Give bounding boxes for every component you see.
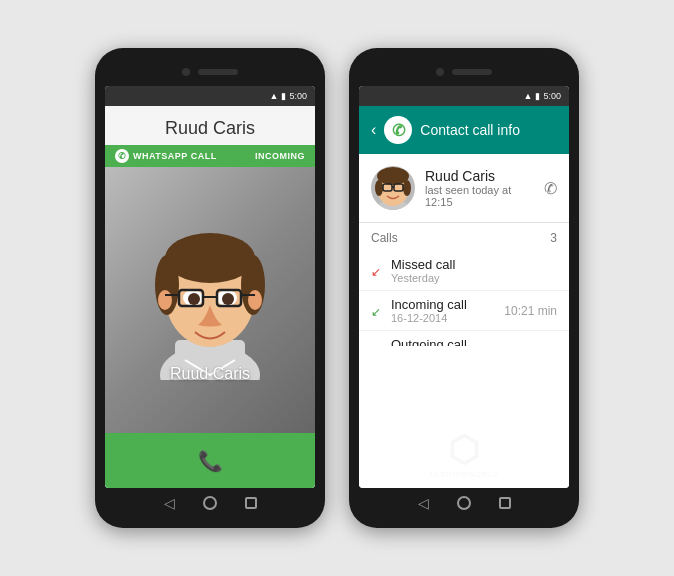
incoming-call-arrow-icon: ↙	[371, 305, 381, 319]
status-bar-1: ▲ ▮ 5:00	[105, 86, 315, 106]
incoming-call-type: Incoming call	[391, 297, 504, 312]
svg-point-20	[375, 180, 383, 196]
nav-recents-button-1[interactable]	[245, 497, 257, 509]
speaker-2	[452, 69, 492, 75]
watermark-text: ANDROIDWORLD	[369, 471, 559, 478]
whatsapp-call-label: ✆ WHATSAPP CALL	[115, 149, 217, 163]
phone-bottom-bar-1: ◁	[105, 488, 315, 518]
nav-recents-button-2[interactable]	[499, 497, 511, 509]
svg-point-10	[188, 293, 200, 305]
contact-section: Ruud Caris last seen today at 12:15 ✆	[359, 154, 569, 223]
phone-2: ▲ ▮ 5:00 ‹ ✆ Contact call info	[349, 48, 579, 528]
whatsapp-header-symbol: ✆	[392, 121, 405, 140]
missed-call-arrow-icon: ↙	[371, 265, 381, 279]
contact-name: Ruud Caris	[425, 168, 534, 184]
speaker-1	[198, 69, 238, 75]
calls-section: Calls 3 ↙ Missed call Yesterday	[359, 223, 569, 346]
incoming-label: INCOMING	[255, 151, 305, 161]
phone-1: ▲ ▮ 5:00 Ruud Caris ✆ WHATSAPP CALL INCO…	[95, 48, 325, 528]
time-display-2: 5:00	[543, 91, 561, 101]
wifi-icon-2: ▲	[524, 91, 533, 101]
call-item-missed[interactable]: ↙ Missed call Yesterday	[359, 251, 569, 291]
caller-name-top: Ruud Caris	[105, 106, 315, 145]
info-screen: ‹ ✆ Contact call info	[359, 106, 569, 488]
nav-home-button-2[interactable]	[457, 496, 471, 510]
phone-screen-2: ▲ ▮ 5:00 ‹ ✆ Contact call info	[359, 86, 569, 488]
camera-1	[182, 68, 190, 76]
time-display-1: 5:00	[289, 91, 307, 101]
svg-point-11	[222, 293, 234, 305]
svg-point-6	[158, 290, 172, 310]
phone-top-bar-2	[359, 58, 569, 86]
svg-point-7	[248, 290, 262, 310]
whatsapp-header-icon: ✆	[384, 116, 412, 144]
missed-call-type: Missed call	[391, 257, 557, 272]
calls-header: Calls 3	[359, 223, 569, 251]
call-details-missed: Missed call Yesterday	[391, 257, 557, 284]
info-header: ‹ ✆ Contact call info	[359, 106, 569, 154]
contact-info: Ruud Caris last seen today at 12:15	[425, 168, 534, 208]
incoming-call-duration: 10:21 min	[504, 304, 557, 318]
watermark-logo: ⬡	[369, 429, 559, 471]
back-arrow-icon[interactable]: ‹	[371, 121, 376, 139]
whatsapp-call-text: WHATSAPP CALL	[133, 151, 217, 161]
caller-photo-svg	[145, 220, 275, 380]
wifi-icon: ▲	[270, 91, 279, 101]
status-bar-right-1: ▲ ▮ 5:00	[270, 91, 307, 101]
camera-2	[436, 68, 444, 76]
phone-bottom-bar-2: ◁	[359, 488, 569, 518]
call-item-outgoing[interactable]: ↗ Outgoing call 16-12-2014 05:24 min	[359, 331, 569, 346]
battery-icon-2: ▮	[535, 91, 540, 101]
answer-btn-container[interactable]: 📞	[105, 433, 315, 488]
answer-button[interactable]: 📞	[190, 441, 230, 481]
incoming-call-date: 16-12-2014	[391, 312, 504, 324]
svg-point-21	[403, 180, 411, 196]
info-header-title: Contact call info	[420, 122, 520, 138]
calls-count: 3	[550, 231, 557, 245]
phone-screen-1: ▲ ▮ 5:00 Ruud Caris ✆ WHATSAPP CALL INCO…	[105, 86, 315, 488]
call-details-outgoing: Outgoing call 16-12-2014	[391, 337, 504, 346]
call-item-incoming[interactable]: ↙ Incoming call 16-12-2014 10:21 min	[359, 291, 569, 331]
missed-call-date: Yesterday	[391, 272, 557, 284]
contact-last-seen: last seen today at 12:15	[425, 184, 534, 208]
call-details-incoming: Incoming call 16-12-2014	[391, 297, 504, 324]
phone-answer-icon: 📞	[198, 449, 223, 473]
calls-title: Calls	[371, 231, 398, 245]
svg-point-3	[165, 233, 255, 283]
call-icon-missed: ↙	[371, 263, 391, 279]
whatsapp-symbol: ✆	[118, 151, 127, 161]
nav-home-button-1[interactable]	[203, 496, 217, 510]
battery-icon: ▮	[281, 91, 286, 101]
status-bar-right-2: ▲ ▮ 5:00	[524, 91, 561, 101]
status-bar-2: ▲ ▮ 5:00	[359, 86, 569, 106]
call-icon-incoming: ↙	[371, 303, 391, 319]
caller-name-overlay: Ruud Caris	[105, 365, 315, 383]
caller-photo: Ruud Caris	[105, 167, 315, 433]
contact-call-icon[interactable]: ✆	[544, 179, 557, 198]
whatsapp-call-bar: ✆ WHATSAPP CALL INCOMING	[105, 145, 315, 167]
nav-back-button-2[interactable]: ◁	[418, 495, 429, 511]
contact-avatar-svg	[371, 166, 415, 210]
contact-avatar	[371, 166, 415, 210]
outgoing-call-type: Outgoing call	[391, 337, 504, 346]
call-screen: Ruud Caris ✆ WHATSAPP CALL INCOMING	[105, 106, 315, 488]
phone-top-bar-1	[105, 58, 315, 86]
nav-back-button-1[interactable]: ◁	[164, 495, 175, 511]
watermark-area: ⬡ ANDROIDWORLD	[359, 346, 569, 489]
whatsapp-icon-small: ✆	[115, 149, 129, 163]
